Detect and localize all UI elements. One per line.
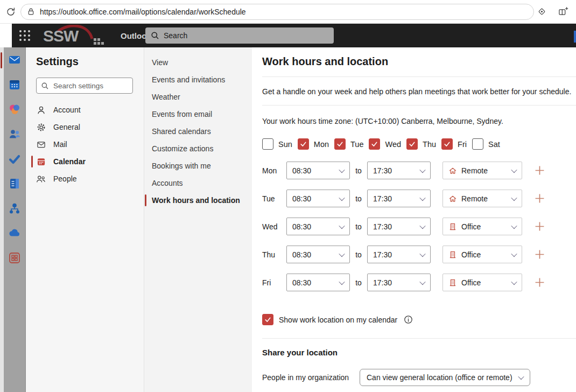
settings-title: Settings	[36, 54, 144, 69]
end-time-dropdown[interactable]: 17:30	[367, 274, 431, 291]
gear-icon	[36, 122, 46, 132]
start-time-dropdown[interactable]: 08:30	[286, 246, 350, 263]
day-checkbox-fri[interactable]: Fri	[441, 138, 467, 150]
start-time-dropdown[interactable]: 08:30	[286, 162, 350, 179]
page-title: Work hours and location	[262, 54, 576, 69]
work-days-checkboxes: Sun Mon Tue Wed Thu	[262, 138, 576, 150]
menu-item-customize-actions[interactable]: Customize actions	[152, 140, 252, 157]
chevron-down-icon	[339, 250, 345, 256]
work-hours-row-mon: Mon 08:30 to 17:30 Remote	[262, 162, 576, 179]
chevron-down-icon	[419, 222, 425, 228]
work-hours-row-fri: Fri 08:30 to 17:30	[262, 274, 576, 291]
selected-indicator	[31, 156, 33, 167]
settings-item-mail[interactable]: Mail	[36, 136, 144, 153]
people-icon	[36, 174, 46, 184]
location-dropdown[interactable]: Remote	[442, 190, 522, 207]
menu-item-work-hours-and-location[interactable]: Work hours and location	[152, 192, 252, 209]
settings-item-account[interactable]: Account	[36, 101, 144, 118]
start-time-dropdown[interactable]: 08:30	[286, 274, 350, 291]
day-checkbox-tue[interactable]: Tue	[334, 138, 363, 150]
settings-search-input[interactable]	[52, 81, 128, 90]
end-time-dropdown[interactable]: 17:30	[367, 162, 431, 179]
menu-item-view[interactable]: View	[152, 54, 252, 71]
svg-text:SSW: SSW	[43, 27, 79, 45]
row-day-label: Tue	[262, 194, 286, 203]
location-dropdown[interactable]: Office	[442, 218, 522, 235]
day-checkbox-sun[interactable]: Sun	[262, 138, 292, 150]
checkbox[interactable]	[334, 138, 346, 150]
selected-indicator	[145, 194, 146, 206]
menu-item-bookings-with-me[interactable]: Bookings with me	[152, 157, 252, 174]
chevron-down-icon	[339, 278, 345, 284]
menu-item-shared-calendars[interactable]: Shared calendars	[152, 123, 252, 140]
day-checkbox-sat[interactable]: Sat	[472, 138, 500, 150]
menu-item-events-from-email[interactable]: Events from email	[152, 106, 252, 123]
lock-icon	[26, 7, 36, 16]
location-dropdown[interactable]: Office	[442, 274, 522, 291]
show-location-checkbox[interactable]	[262, 314, 273, 325]
add-time-slot-button[interactable]	[533, 164, 546, 177]
settings-search-box[interactable]	[36, 78, 133, 94]
menu-item-accounts[interactable]: Accounts	[152, 174, 252, 192]
chevron-down-icon	[339, 166, 345, 172]
add-time-slot-button[interactable]	[533, 192, 546, 205]
day-checkbox-wed[interactable]: Wed	[369, 138, 401, 150]
people-icon[interactable]	[8, 127, 22, 141]
start-time-dropdown[interactable]: 08:30	[286, 190, 350, 207]
more-apps-icon[interactable]	[8, 251, 22, 265]
split-screen-icon[interactable]	[556, 4, 571, 19]
header-edge-element	[574, 31, 576, 43]
chevron-down-icon	[339, 222, 345, 228]
divider	[262, 105, 576, 106]
app-launcher-icon[interactable]	[15, 26, 34, 45]
org-chart-icon[interactable]	[8, 201, 22, 215]
checkbox[interactable]	[441, 138, 453, 150]
checkbox[interactable]	[472, 138, 483, 150]
settings-item-calendar[interactable]: Calendar	[36, 153, 144, 170]
person-icon	[36, 105, 46, 115]
copilot-icon[interactable]	[8, 102, 22, 116]
end-time-dropdown[interactable]: 17:30	[367, 218, 431, 235]
checkbox[interactable]	[262, 138, 273, 150]
chevron-down-icon	[511, 222, 517, 228]
row-day-label: Wed	[262, 222, 286, 231]
share-permission-dropdown[interactable]: Can view general location (office or rem…	[360, 369, 530, 386]
calendar-icon[interactable]	[8, 78, 22, 92]
row-day-label: Fri	[262, 278, 286, 287]
menu-item-events-and-invitations[interactable]: Events and invitations	[152, 71, 252, 88]
checkbox[interactable]	[298, 138, 309, 150]
envelope-icon	[36, 139, 46, 149]
day-checkbox-thu[interactable]: Thu	[406, 138, 436, 150]
search-icon	[41, 82, 49, 90]
location-dropdown[interactable]: Remote	[442, 162, 522, 179]
browser-address-bar: https://outlook.office.com/mail/options/…	[0, 0, 576, 24]
cloud-icon[interactable]	[8, 226, 22, 240]
add-time-slot-button[interactable]	[533, 248, 546, 261]
add-time-slot-button[interactable]	[533, 220, 546, 233]
checkbox[interactable]	[369, 138, 380, 150]
end-time-dropdown[interactable]: 17:30	[367, 246, 431, 263]
notebook-icon[interactable]	[8, 177, 22, 191]
reload-icon[interactable]	[3, 4, 18, 19]
menu-item-weather[interactable]: Weather	[152, 88, 252, 106]
checkbox[interactable]	[406, 138, 418, 150]
settings-sidebar: Settings Account	[26, 47, 144, 392]
settings-item-general[interactable]: General	[36, 118, 144, 136]
add-time-slot-button[interactable]	[533, 276, 546, 289]
start-time-dropdown[interactable]: 08:30	[286, 218, 350, 235]
info-icon[interactable]	[404, 315, 413, 324]
mail-icon[interactable]	[8, 53, 22, 67]
calendar-submenu: View Events and invitations Weather Even…	[144, 47, 252, 392]
todo-check-icon[interactable]	[8, 152, 22, 166]
location-dropdown[interactable]: Office	[442, 246, 522, 263]
description-text: Get a handle on your week and help other…	[262, 87, 576, 96]
end-time-dropdown[interactable]: 17:30	[367, 190, 431, 207]
divider	[262, 76, 576, 77]
search-bar[interactable]: Search	[145, 27, 334, 44]
chevron-down-icon	[511, 278, 517, 284]
settings-item-people[interactable]: People	[36, 170, 144, 187]
url-bar[interactable]: https://outlook.office.com/mail/options/…	[20, 4, 534, 20]
chevron-down-icon	[511, 194, 517, 200]
day-checkbox-mon[interactable]: Mon	[298, 138, 329, 150]
tracking-prevention-icon[interactable]	[534, 4, 549, 19]
